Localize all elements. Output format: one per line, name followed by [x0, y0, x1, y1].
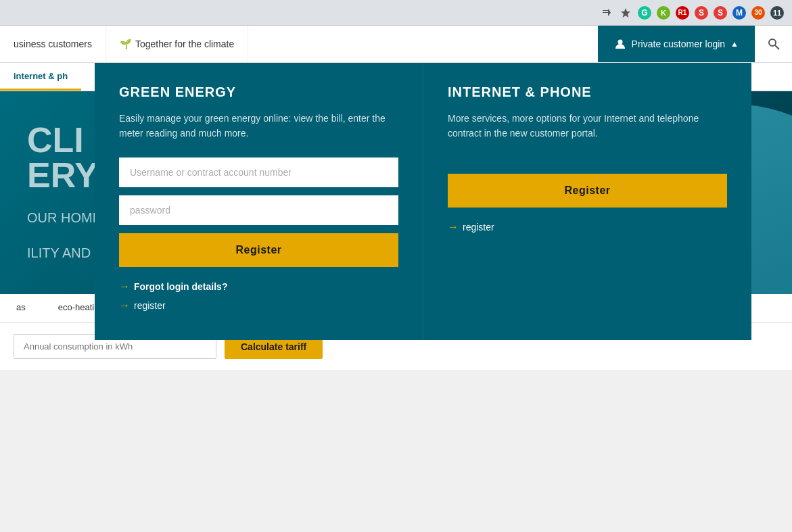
internet-phone-register-label: register	[463, 222, 494, 233]
arrow-icon-2: →	[119, 299, 130, 312]
ext4-icon[interactable]: 11	[770, 6, 784, 20]
forgot-login-label: Forgot login details?	[134, 281, 227, 292]
forgot-login-link[interactable]: → Forgot login details?	[119, 281, 398, 293]
username-input[interactable]	[119, 158, 398, 187]
svg-marker-3	[621, 8, 630, 18]
internet-phone-register-button[interactable]: Register	[448, 174, 727, 208]
green-energy-register-button[interactable]: Register	[119, 233, 398, 267]
mailbird-icon[interactable]: M	[732, 6, 746, 20]
register-link-label: register	[134, 300, 166, 311]
login-dropdown: GREEN ENERGY Easily manage your green en…	[95, 63, 751, 340]
internet-phone-register-link[interactable]: → register	[448, 221, 727, 233]
password-input[interactable]	[119, 195, 398, 225]
keepass-icon[interactable]: K	[657, 6, 670, 20]
green-energy-title: GREEN ENERGY	[119, 84, 398, 100]
arrow-icon: →	[119, 281, 130, 293]
login-panel-green-energy: GREEN ENERGY Easily manage your green en…	[95, 63, 423, 340]
modal-overlay: GREEN ENERGY Easily manage your green en…	[0, 26, 792, 532]
browser-toolbar: G K R1 S S M 30 11	[0, 0, 792, 26]
internet-phone-title: INTERNET & PHONE	[448, 84, 727, 100]
svg-marker-2	[608, 9, 611, 16]
tab-manager-icon[interactable]: 30	[751, 6, 765, 20]
green-energy-register-link[interactable]: → register	[119, 299, 398, 312]
internet-phone-description: More services, more options for your Int…	[448, 111, 727, 141]
share-icon[interactable]	[600, 6, 613, 20]
ext2-icon[interactable]: S	[695, 6, 708, 20]
green-energy-description: Easily manage your green energy online: …	[119, 111, 398, 141]
star-icon[interactable]	[619, 6, 632, 20]
grammarly-icon[interactable]: G	[638, 6, 651, 20]
ext3-icon[interactable]: S	[714, 6, 727, 20]
arrow-icon-3: →	[448, 221, 459, 233]
login-panel-internet-phone: INTERNET & PHONE More services, more opt…	[423, 63, 751, 340]
ext1-icon[interactable]: R1	[676, 6, 689, 20]
page-background: usiness customers 🌱 Together for the cli…	[0, 26, 792, 532]
